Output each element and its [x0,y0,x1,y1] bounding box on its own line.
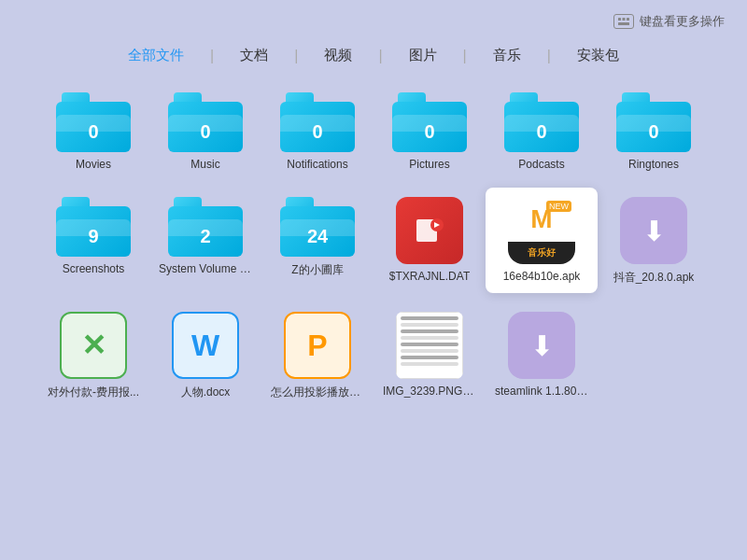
folder-sysvolume[interactable]: 2 System Volume In... [149,188,261,293]
category-nav: 全部文件 | 文档 | 视频 | 图片 | 音乐 | 安装包 [0,37,747,83]
file-steamlink-label: steamlink 1.1.80.a... [495,385,588,398]
svg-rect-2 [627,18,629,21]
folder-music-label: Music [190,158,219,171]
file-renwu-label: 人物.docx [181,385,231,400]
file-toupying[interactable]: P 怎么用投影播放P... [261,302,374,408]
top-bar: 键盘看更多操作 [0,0,747,37]
file-duiwai[interactable]: ✕ 对外付款-费用报... [37,302,149,408]
image-file-icon [396,312,463,379]
folder-icon: 0 [280,92,355,152]
folder-movies[interactable]: 0 Movies [37,83,149,178]
folder-podcasts-label: Podcasts [518,158,564,171]
file-img3239-label: IMG_3239.PNG.JP... [383,385,476,398]
file-toupying-label: 怎么用投影播放P... [271,385,364,400]
category-music[interactable]: 音乐 [467,43,547,68]
folder-podcasts[interactable]: 0 Podcasts [486,83,598,178]
folder-icon: 0 [392,92,467,152]
svg-rect-1 [623,18,626,21]
folder-notifications[interactable]: 0 Notifications [261,83,374,178]
folder-icon: 0 [168,92,243,152]
keyboard-icon [613,14,634,29]
file-txrajnl-label: $TXRAJNL.DAT [389,270,470,283]
category-all[interactable]: 全部文件 [102,43,210,68]
folder-icon: 0 [616,92,691,152]
file-renwu[interactable]: W 人物.docx [149,302,261,408]
svg-rect-0 [618,18,621,21]
folder-xiaoku[interactable]: 24 Z的小圃库 [261,188,374,293]
folder-screenshots-label: Screenshots [63,262,125,275]
folder-icon: 0 [504,92,579,152]
folder-notifications-label: Notifications [287,158,347,171]
keyboard-hint: 键盘看更多操作 [613,13,725,30]
folder-pictures[interactable]: 0 Pictures [374,83,486,178]
folder-sysvolume-label: System Volume In... [159,262,252,275]
file-yinyue-apk[interactable]: M NEW 音乐好 16e84b10e.apk [486,188,598,293]
folder-ringtones[interactable]: 0 Ringtones [598,83,710,178]
ppt-file-icon: P [284,312,351,379]
folder-screenshots[interactable]: 9 Screenshots [37,188,149,293]
keyboard-hint-label: 键盘看更多操作 [640,13,725,30]
folder-icon: 24 [280,197,355,257]
file-img3239[interactable]: IMG_3239.PNG.JP... [374,302,486,408]
folder-xiaoku-label: Z的小圃库 [291,262,343,278]
folder-icon: 0 [56,92,131,152]
video-file-icon [396,197,463,264]
excel-file-icon: ✕ [60,312,127,379]
folder-icon: 9 [56,197,131,257]
file-yinyue-label: 16e84b10e.apk [503,270,581,283]
apk-steamlink-icon: ⬇ [508,312,575,379]
folder-ringtones-label: Ringtones [628,158,679,171]
folder-music[interactable]: 0 Music [149,83,261,178]
apk-purple-icon: ⬇ [620,197,687,264]
file-duiwai-label: 对外付款-费用报... [48,385,139,400]
category-packages[interactable]: 安装包 [551,43,645,68]
apk-music-icon: M NEW 音乐好 [508,197,575,264]
category-pictures[interactable]: 图片 [383,43,463,68]
folder-movies-label: Movies [76,158,111,171]
file-steamlink[interactable]: ⬇ steamlink 1.1.80.a... [486,302,598,408]
file-txrajnl[interactable]: $TXRAJNL.DAT [374,188,486,293]
file-grid: 0 Movies 0 Music 0 Notifications [0,83,747,408]
file-douyin-apk[interactable]: ⬇ 抖音_20.8.0.apk [598,188,710,293]
category-docs[interactable]: 文档 [214,43,294,68]
word-file-icon: W [172,312,239,379]
folder-pictures-label: Pictures [409,158,449,171]
folder-icon: 2 [168,197,243,257]
category-videos[interactable]: 视频 [298,43,378,68]
svg-rect-3 [618,22,629,25]
file-douyin-label: 抖音_20.8.0.apk [613,270,695,286]
